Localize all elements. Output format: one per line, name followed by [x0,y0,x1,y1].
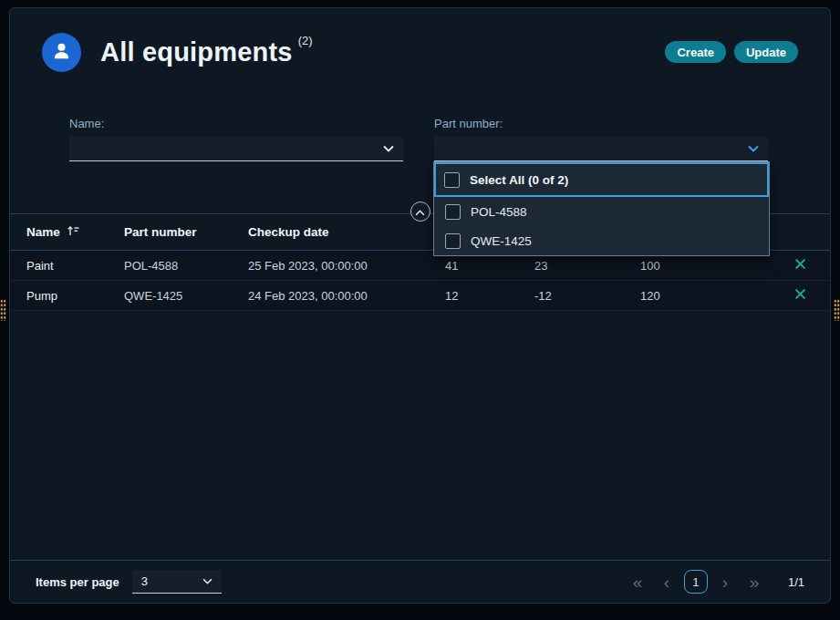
name-filter-select[interactable] [69,137,403,161]
avatar [42,33,81,72]
dropdown-option[interactable]: POL-4588 [434,197,769,226]
close-icon [794,288,806,303]
select-all-checkbox[interactable] [444,172,460,188]
page-1-button[interactable]: 1 [684,570,708,594]
name-filter: Name: [69,117,403,161]
column-header-label: Checkup date [248,225,329,239]
page-title: All equipments [100,37,293,67]
table-footer: Items per page 3 « ‹ 1 › » 1/1 [10,560,830,603]
pagination: « ‹ 1 › » 1/1 [626,570,804,594]
sort-ascending-icon [67,225,80,239]
cell-checkup-date: 24 Feb 2023, 00:00:00 [248,289,445,303]
part-number-filter: Part number: [434,117,768,161]
cell-value: 12 [445,289,534,303]
equipment-panel: All equipments (2) Create Update Name: P… [9,7,831,604]
column-header-part-number[interactable]: Part number [124,225,248,239]
person-icon [51,40,72,65]
option-checkbox[interactable] [445,233,461,249]
last-page-button[interactable]: » [742,570,766,594]
column-header-checkup-date[interactable]: Checkup date [248,225,445,239]
close-icon [794,258,806,273]
page-indicator: 1/1 [788,575,804,589]
left-resize-handle[interactable] [0,299,6,321]
column-header-label: Part number [124,225,197,239]
create-button[interactable]: Create [665,41,725,63]
cell-name: Paint [26,259,124,273]
select-all-option[interactable]: Select All (0 of 2) [434,162,769,197]
part-number-filter-select[interactable] [434,137,768,161]
option-checkbox[interactable] [445,204,461,220]
double-chevron-left-icon: « [633,573,643,592]
name-filter-label: Name: [69,117,403,130]
chevron-left-icon: ‹ [664,573,669,592]
chevron-right-icon: › [722,573,728,592]
column-header-label: Name [26,225,60,239]
first-page-button[interactable]: « [626,570,649,594]
page-header: All equipments (2) Create Update [42,26,798,78]
option-label: QWE-1425 [471,234,532,248]
count-badge: (2) [298,34,313,47]
right-resize-handle[interactable] [834,299,840,321]
filter-bar: Name: Part number: [69,117,768,161]
cell-name: Pump [26,289,124,303]
option-label: POL-4588 [471,205,527,219]
cell-checkup-date: 25 Feb 2023, 00:00:00 [248,259,445,273]
items-per-page-select[interactable]: 3 [132,570,222,594]
chevron-up-icon [415,203,425,220]
collapse-filters-button[interactable] [410,202,430,222]
cell-part-number: POL-4588 [124,259,248,273]
double-chevron-right-icon: » [750,573,760,592]
cell-value: 41 [445,259,534,273]
dropdown-option[interactable]: QWE-1425 [434,226,769,255]
table-row[interactable]: Pump QWE-1425 24 Feb 2023, 00:00:00 12 -… [10,281,830,311]
part-number-filter-label: Part number: [434,117,768,130]
cell-value: 120 [640,289,786,303]
screen: All equipments (2) Create Update Name: P… [0,0,840,620]
chevron-down-icon [202,578,213,584]
chevron-down-icon [748,145,759,152]
delete-row-button[interactable] [786,286,814,305]
next-page-button[interactable]: › [713,570,737,594]
cell-value: 23 [534,259,640,273]
delete-row-button[interactable] [786,256,814,274]
part-number-dropdown: Select All (0 of 2) POL-4588 QWE-1425 [433,161,770,256]
cell-value: 100 [640,259,786,273]
items-per-page-value: 3 [141,574,202,588]
cell-value: -12 [534,289,640,303]
items-per-page-label: Items per page [36,575,119,589]
cell-part-number: QWE-1425 [124,289,248,303]
chevron-down-icon [383,145,394,152]
column-header-name[interactable]: Name [26,225,124,239]
previous-page-button[interactable]: ‹ [655,570,679,594]
select-all-label: Select All (0 of 2) [470,173,568,187]
update-button[interactable]: Update [734,41,798,63]
